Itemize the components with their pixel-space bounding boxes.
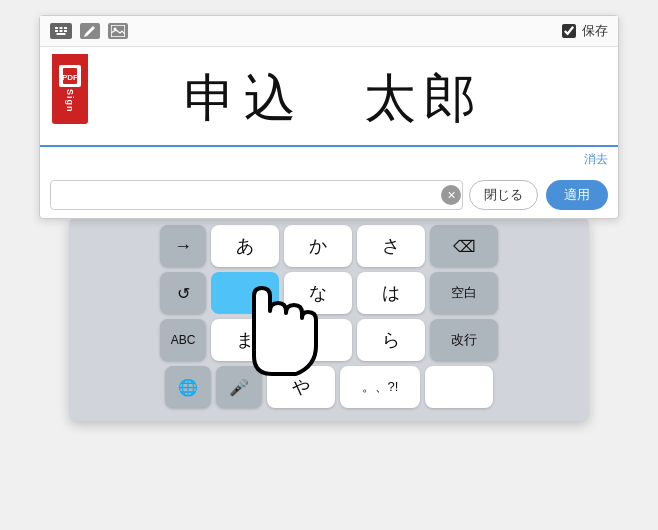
keyboard-row-1: → あ か さ ⌫ — [75, 225, 583, 267]
keyboard-row-4: 🌐 🎤 や 。、?! — [75, 366, 583, 408]
key-ka[interactable]: か — [284, 225, 352, 267]
name-input[interactable] — [50, 180, 463, 210]
key-punctuation[interactable]: 。、?! — [340, 366, 420, 408]
svg-rect-2 — [60, 27, 63, 29]
key-bottom-empty — [425, 366, 493, 408]
signature-text: 申込 太郎 — [184, 64, 484, 134]
svg-rect-7 — [57, 33, 66, 35]
clear-input-button[interactable]: ✕ — [441, 185, 461, 205]
sign-badge-label: Sign — [65, 89, 75, 113]
key-ra[interactable]: ら — [357, 319, 425, 361]
pdf-panel: 保存 PDF Sign 申込 太郎 消去 ✕ 閉じる 適用 — [39, 15, 619, 219]
key-globe[interactable]: 🌐 — [165, 366, 211, 408]
toolbar-left — [50, 23, 128, 39]
key-abc[interactable]: ABC — [160, 319, 206, 361]
key-ya[interactable]: や — [267, 366, 335, 408]
clear-area: 消去 — [40, 147, 618, 172]
svg-rect-6 — [64, 30, 67, 32]
key-mic[interactable]: 🎤 — [216, 366, 262, 408]
clear-link[interactable]: 消去 — [584, 151, 608, 168]
pen-icon[interactable] — [80, 23, 100, 39]
keyboard-icon[interactable] — [50, 23, 72, 39]
svg-text:PDF: PDF — [62, 73, 78, 82]
keyboard-row-2: ↺ な は 空白 — [75, 272, 583, 314]
save-checkbox[interactable] — [562, 24, 576, 38]
toolbar-right: 保存 — [562, 22, 608, 40]
key-empty — [284, 319, 352, 361]
key-i[interactable] — [211, 272, 279, 314]
svg-rect-3 — [64, 27, 67, 29]
save-label: 保存 — [582, 22, 608, 40]
svg-rect-1 — [55, 27, 58, 29]
apply-button[interactable]: 適用 — [546, 180, 608, 210]
key-ma[interactable]: ま — [211, 319, 279, 361]
pdf-icon: PDF — [59, 65, 81, 87]
japanese-keyboard: → あ か さ ⌫ ↺ な は 空白 ABC ま ら 改行 🌐 🎤 や 。、?! — [69, 217, 589, 421]
svg-rect-4 — [55, 30, 58, 32]
key-backspace[interactable]: ⌫ — [430, 225, 498, 267]
svg-rect-5 — [60, 30, 63, 32]
keyboard-row-3: ABC ま ら 改行 — [75, 319, 583, 361]
key-arrow[interactable]: → — [160, 225, 206, 267]
main-container: 保存 PDF Sign 申込 太郎 消去 ✕ 閉じる 適用 — [19, 15, 639, 515]
key-sa[interactable]: さ — [357, 225, 425, 267]
image-icon[interactable] — [108, 23, 128, 39]
key-na[interactable]: な — [284, 272, 352, 314]
sign-badge: PDF Sign — [52, 54, 88, 124]
close-button[interactable]: 閉じる — [469, 180, 538, 210]
input-row: ✕ 閉じる 適用 — [40, 172, 618, 218]
key-newline[interactable]: 改行 — [430, 319, 498, 361]
pdf-toolbar: 保存 — [40, 16, 618, 47]
key-a[interactable]: あ — [211, 225, 279, 267]
signature-area: 申込 太郎 — [40, 47, 618, 147]
key-undo[interactable]: ↺ — [160, 272, 206, 314]
key-space[interactable]: 空白 — [430, 272, 498, 314]
key-ha[interactable]: は — [357, 272, 425, 314]
